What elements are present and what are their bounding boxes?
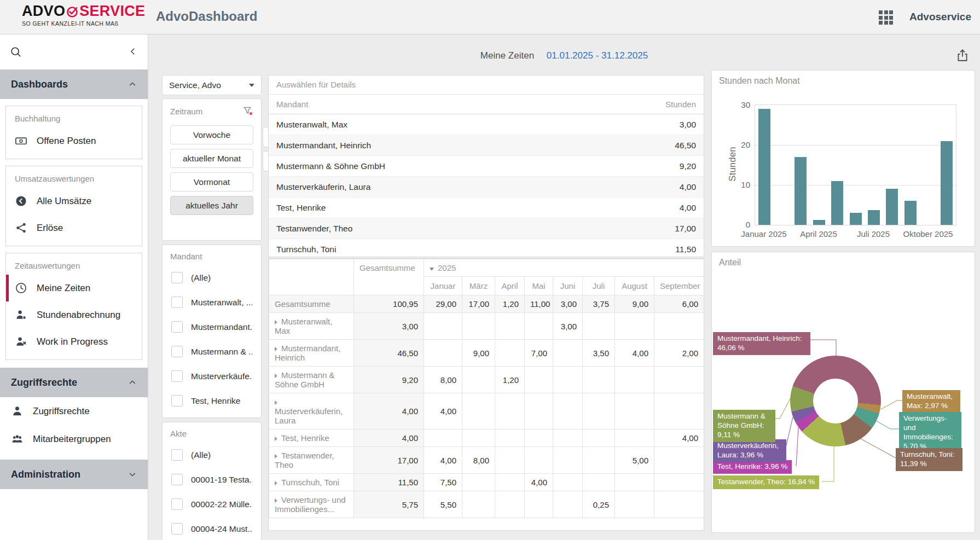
sidebar-item-work-in-progress[interactable]: Work in Progress [6,328,142,355]
pivot-row-label[interactable]: Musterverkäuferin, Laura [269,393,354,429]
pivot-month-header[interactable]: April [495,277,525,295]
row-expander-icon[interactable] [275,481,277,485]
checkbox[interactable] [171,297,183,308]
sidebar-item-meine-zeiten[interactable]: Meine Zeiten [6,275,142,301]
sidebar-item-label: Offene Posten [37,136,96,147]
apps-grid-icon[interactable] [879,10,893,25]
checkbox-row: 00001-19 Testa... [163,467,261,492]
sidebar-item-erloese[interactable]: Erlöse [6,214,142,241]
pivot-month-header[interactable]: September [654,277,704,295]
table-row[interactable]: Musteranwalt, Max 3,00 [269,114,704,135]
checkbox-label: Test, Henrike [191,396,240,406]
checkbox[interactable] [171,498,183,510]
row-stunden: 4,00 [680,203,696,213]
bar-juni-2025[interactable] [850,213,862,225]
pivot-row-label[interactable]: Testanwender, Theo [269,447,354,474]
account-menu[interactable]: Advoservice [909,11,971,23]
zeitraum-button-aktuelles-jahr[interactable]: aktuelles Jahr [170,196,253,215]
bar-august-2025[interactable] [886,189,898,225]
export-icon[interactable] [955,48,970,62]
row-expander-icon[interactable] [275,498,277,503]
sidebar-item-alle-umsaetze[interactable]: Alle Umsätze [6,188,142,214]
pivot-row-label[interactable]: Verwertungs- und Immobilienges... [269,491,354,518]
bar-september-2025[interactable] [904,201,917,225]
checkbox-label: Mustermandant... [191,322,252,332]
pivot-row-label[interactable]: Mustermandant, Heinrich [269,340,354,367]
sidebar-item-mitarbeitergruppen[interactable]: Mitarbeitergruppen [0,425,148,453]
bar-märz-2025[interactable] [795,157,807,225]
row-expander-icon[interactable] [275,320,277,324]
pivot-row-label[interactable]: Test, Henrike [269,429,354,447]
pivot-month-header[interactable]: Juli [583,277,615,295]
row-expander-icon[interactable] [275,437,277,441]
zeitraum-button-aktueller-monat[interactable]: aktueller Monat [170,149,253,168]
pivot-row-label[interactable]: Mustermann & Söhne GmbH [269,367,354,393]
sidebar-item-label: Stundenabrechnung [37,310,120,321]
bar-april-2025[interactable] [813,220,825,225]
checkbox-label: 00002-22 Mülle... [191,500,252,509]
table-row[interactable]: Mustermandant, Heinrich 46,50 [269,135,704,156]
checkbox[interactable] [171,474,183,485]
sidebar-section-administration[interactable]: Administration [0,460,148,489]
pivot-row-label[interactable]: Turnschuh, Toni [269,474,354,491]
sidebar-section-dashboards[interactable]: Dashboards [0,69,148,99]
pivot-total-value: 11,50 [354,474,424,491]
row-expander-icon[interactable] [275,374,277,378]
sidebar-search-row [0,34,148,69]
active-indicator [6,275,9,301]
bar-januar-2025[interactable] [758,109,770,225]
page-title: AdvoDashboard [156,9,257,24]
sidebar-item-offene-posten[interactable]: Offene Posten [6,127,142,154]
pivot-value-cell [553,474,583,491]
row-expander-icon[interactable] [275,347,277,351]
table-row[interactable]: Mustermann & Söhne GmbH 9,20 [269,156,704,177]
year-collapse-caret[interactable] [430,268,434,271]
pivot-year-header[interactable]: 2025 [424,259,704,277]
date-range-link[interactable]: 01.01.2025 - 31.12.2025 [547,50,648,61]
checkbox[interactable] [171,395,183,407]
pivot-value-cell: 9,00 [615,295,654,313]
checkbox[interactable] [171,346,183,357]
pivot-value-cell: 11,00 [525,295,553,313]
pivot-month-header[interactable]: Juni [553,277,583,295]
zeitraum-button-vorwoche[interactable]: Vorwoche [170,125,253,144]
table-row[interactable]: Testanwender, Theo 17,00 [269,218,704,239]
pivot-total-column-header[interactable]: Gesamtsumme [354,259,424,295]
checkbox[interactable] [171,523,183,535]
checkbox[interactable] [171,370,183,382]
checkbox[interactable] [171,321,183,333]
search-icon[interactable] [10,46,22,58]
column-header-stunden[interactable]: Stunden [665,100,696,109]
zeitraum-button-vormonat[interactable]: Vormonat [170,172,253,191]
pivot-value-cell [553,367,583,393]
bar-juli-2025[interactable] [868,210,880,225]
column-header-mandant[interactable]: Mandant [276,100,308,109]
pivot-month-header[interactable]: August [615,277,654,295]
pivot-month-header[interactable]: März [462,277,495,295]
sidebar-item-zugriffsrechte[interactable]: Zugriffsrechte [0,397,148,425]
donut-hole [813,379,858,423]
table-row[interactable]: Test, Henrike 4,00 [269,198,704,218]
checkbox[interactable] [171,272,183,283]
row-expander-icon[interactable] [275,454,277,458]
row-stunden: 4,00 [680,182,696,192]
table-row[interactable]: Turnschuh, Toni 11,50 [269,239,704,257]
pivot-month-header[interactable]: Mai [525,277,553,295]
checkbox[interactable] [171,449,183,461]
sidebar-collapse-icon[interactable] [128,47,138,56]
pivot-value-cell: 8,00 [462,447,495,474]
sidebar-item-stundenabrechnung[interactable]: Stundenabrechnung [6,301,142,328]
pivot-row-label[interactable]: Musteranwalt, Max [269,313,354,340]
pivot-row-label[interactable]: Gesamtsumme [269,295,354,313]
bar-mai-2025[interactable] [831,181,843,225]
filter-clear-icon[interactable] [242,106,253,117]
row-expander-icon[interactable] [275,400,277,405]
table-row[interactable]: Musterverkäuferin, Laura 4,00 [269,177,704,198]
dataset-select[interactable]: Service, Advo [162,75,262,95]
sidebar-section-zugriffsrechte[interactable]: Zugriffsrechte [0,368,148,397]
pivot-month-header[interactable]: Januar [424,277,462,295]
checkbox-label: (Alle) [191,450,211,460]
advoservice-logo: ADVO SERVICE SO GEHT KANZLEI-IT NACH MAß [22,4,145,27]
group-title: Umsatzauswertungen [6,172,142,188]
bar-november-2025[interactable] [941,141,953,225]
